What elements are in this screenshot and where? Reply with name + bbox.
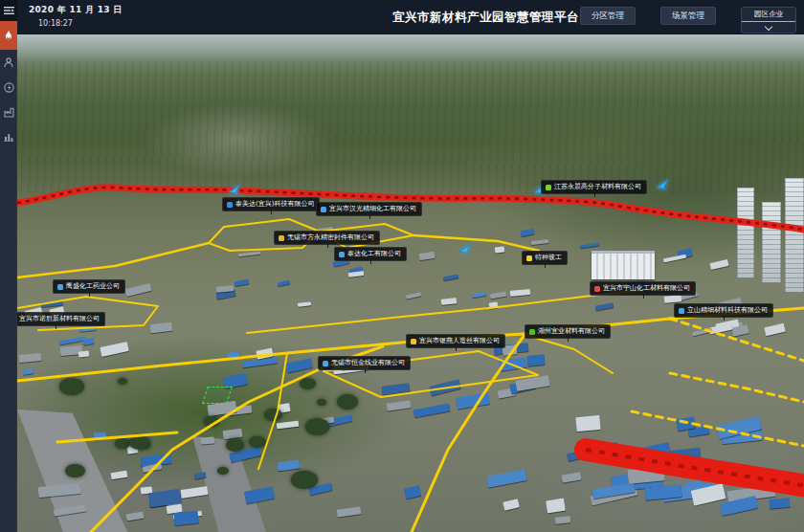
sidebar-item-user[interactable] [0, 50, 17, 75]
park-enterprise-dropdown[interactable]: 园区企业 [741, 7, 796, 33]
company-label[interactable]: 无锡市方永精密封件有限公司 [274, 231, 380, 245]
sidebar-item-factory[interactable] [0, 100, 17, 124]
company-icon [594, 286, 600, 292]
white-office-building [592, 251, 655, 279]
building [488, 301, 498, 308]
company-label[interactable]: 宜兴市银燕人造丝有限公司 [406, 334, 505, 348]
horizon-haze [17, 34, 804, 63]
company-label[interactable]: 宜兴市宇山化工材料有限公司 [590, 281, 696, 296]
company-label[interactable]: 湖州宜业材料有限公司 [525, 324, 611, 339]
company-label[interactable]: 泰美达(宜兴)科技有限公司 [222, 197, 320, 211]
sidebar-item-menu[interactable] [0, 0, 17, 21]
plane-marker-icon[interactable] [457, 239, 474, 255]
chevron-down-icon [766, 23, 772, 30]
company-icon [546, 185, 551, 190]
company-label-text: 宜兴市汉光精细化工有限公司 [329, 206, 416, 212]
plane-marker-icon[interactable] [654, 175, 671, 190]
flame-icon [4, 30, 13, 41]
plane-marker-icon[interactable] [226, 180, 243, 195]
company-icon [57, 284, 63, 290]
factory-icon [4, 107, 14, 118]
company-label[interactable]: 泰达化工有限公司 [334, 247, 407, 261]
distant-fields-texture [17, 59, 804, 193]
company-label-text: 无锡市恒金线业有限公司 [331, 360, 405, 366]
time-label: 10:18:27 [38, 19, 123, 28]
company-label[interactable]: 特种玻工 [522, 251, 568, 265]
building [769, 498, 790, 509]
tree [264, 409, 282, 421]
user-icon [4, 57, 13, 68]
building [575, 415, 601, 432]
tall-building [737, 188, 754, 278]
date-label: 2020 年 11 月 13 日 [29, 4, 123, 16]
company-label[interactable]: 鹰盛化工药业公司 [53, 279, 125, 294]
company-label-text: 泰达化工有限公司 [347, 251, 401, 257]
building [547, 498, 567, 513]
scene-manage-button[interactable]: 场景管理 [660, 7, 716, 25]
sidebar-item-fire[interactable] [0, 21, 17, 50]
company-icon [679, 308, 684, 314]
tree [305, 418, 329, 435]
sidebar [0, 0, 17, 532]
power-icon [4, 82, 14, 93]
map-3d-view[interactable]: 泰美达(宜兴)科技有限公司宜兴市汉光精细化工有限公司无锡市方永精密封件有限公司泰… [17, 34, 804, 532]
company-icon [279, 235, 284, 241]
company-icon [526, 255, 532, 261]
company-label-text: 湖州宜业材料有限公司 [538, 328, 605, 335]
company-label-text: 无锡市方永精密封件有限公司 [287, 234, 374, 241]
tall-building [785, 178, 804, 293]
company-label[interactable]: 无锡市恒金线业有限公司 [318, 356, 411, 370]
company-label-text: 泰美达(宜兴)科技有限公司 [235, 201, 314, 208]
building [527, 354, 546, 366]
company-icon [227, 202, 233, 208]
tree [291, 471, 317, 489]
company-label-text: 宜兴市银燕人造丝有限公司 [419, 338, 500, 344]
header-actions: 分区管理 场景管理 园区企业 [580, 7, 796, 33]
sidebar-item-power[interactable] [0, 75, 17, 100]
company-icon [529, 329, 535, 335]
company-icon [321, 207, 326, 212]
header-bar: 2020 年 11 月 13 日 10:18:27 宜兴市新材料产业园智慧管理平… [17, 0, 804, 34]
tree [226, 438, 244, 451]
page-title: 宜兴市新材料产业园智慧管理平台 [392, 10, 579, 26]
datetime: 2020 年 11 月 13 日 10:18:27 [29, 4, 123, 28]
company-icon [411, 339, 416, 344]
bar-chart-icon [4, 132, 14, 142]
company-label-text: 宜兴市诺胜新材料有限公司 [19, 316, 100, 322]
tree [317, 399, 326, 406]
company-icon [339, 252, 345, 257]
company-label-text: 鹰盛化工药业公司 [66, 283, 120, 290]
company-label-text: 立山精细材料科技有限公司 [687, 307, 768, 314]
menu-icon [4, 6, 14, 15]
tall-building [762, 202, 781, 283]
app-window: 2020 年 11 月 13 日 10:18:27 宜兴市新材料产业园智慧管理平… [0, 0, 804, 532]
company-label-text: 宜兴市宇山化工材料有限公司 [603, 285, 690, 292]
building [93, 432, 105, 439]
partition-manage-button[interactable]: 分区管理 [580, 7, 636, 25]
building [627, 466, 664, 483]
company-label[interactable]: 立山精细材料科技有限公司 [674, 303, 773, 318]
tree [300, 378, 316, 389]
sidebar-item-stats[interactable] [0, 124, 17, 149]
company-label[interactable]: 宜兴市诺胜新材料有限公司 [17, 312, 105, 326]
dropdown-label: 园区企业 [742, 8, 795, 22]
tree [337, 394, 358, 409]
company-label[interactable]: 江苏永晨高分子材料有限公司 [541, 180, 647, 194]
company-icon [323, 361, 328, 366]
company-label-text: 特种玻工 [535, 255, 562, 261]
building [174, 511, 199, 525]
tree [129, 435, 149, 450]
company-label[interactable]: 宜兴市汉光精细化工有限公司 [316, 202, 422, 216]
company-label-text: 江苏永晨高分子材料有限公司 [554, 184, 641, 190]
tree [59, 378, 83, 395]
